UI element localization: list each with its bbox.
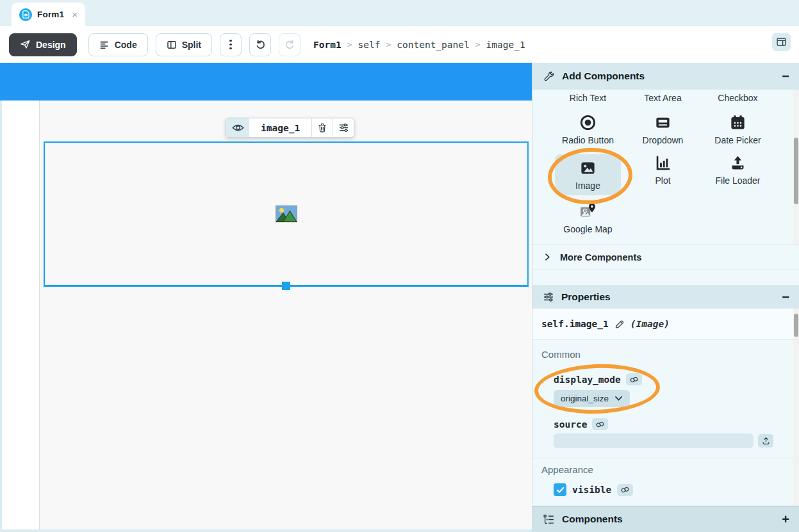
component-checkbox-label[interactable]: Checkbox [700, 93, 775, 103]
design-label: Design [36, 40, 66, 50]
breadcrumb-self[interactable]: self [358, 40, 381, 50]
form-body[interactable]: image_1 [0, 101, 532, 532]
selected-target-row: self.image_1 (Image) [532, 309, 799, 340]
component-radio-button[interactable]: Radio Button [550, 114, 625, 145]
target-type: (Image) [630, 319, 670, 329]
component-grid-row: G Google Map [550, 202, 776, 234]
collapse-icon[interactable]: − [782, 291, 789, 303]
annotation-circle-display-mode [534, 362, 661, 416]
upload-source-button[interactable] [758, 434, 773, 447]
bind-link-icon[interactable] [592, 418, 608, 430]
add-components-header[interactable]: Add Components − [532, 63, 799, 90]
properties-title: Properties [561, 291, 611, 303]
scrollbar-track [793, 309, 799, 506]
date-picker-icon [729, 114, 746, 131]
toggle-sidebar-button[interactable] [772, 33, 791, 51]
delete-component-button[interactable] [311, 118, 333, 137]
file-loader-icon [729, 154, 746, 172]
breadcrumb-content-panel[interactable]: content_panel [397, 40, 470, 50]
main-area: image_1 Add Components − Rich Text Text … [0, 63, 799, 532]
split-view-icon [167, 40, 177, 50]
bind-link-icon[interactable] [626, 373, 642, 385]
undo-button[interactable] [249, 33, 271, 56]
sliders-icon [543, 291, 554, 303]
kebab-icon [229, 40, 232, 50]
component-tree-icon [543, 513, 555, 526]
paper-plane-icon [20, 39, 31, 50]
redo-icon [284, 39, 295, 50]
bind-link-icon[interactable] [617, 484, 633, 496]
chevron-down-icon [614, 396, 623, 401]
redo-button[interactable] [279, 33, 301, 56]
display-mode-label: display_mode [554, 375, 621, 385]
component-date-picker[interactable]: Date Picker [700, 114, 775, 145]
component-grid-clipped-row: Rich Text Text Area Checkbox [550, 93, 776, 103]
scrollbar-thumb[interactable] [794, 314, 798, 337]
visible-checkbox[interactable] [554, 483, 566, 496]
breadcrumb-separator: > [470, 40, 486, 49]
display-mode-select[interactable]: original_size [554, 390, 630, 407]
chevron-right-icon [543, 253, 552, 261]
divider [532, 458, 799, 458]
tab-form1[interactable]: Form1 × [12, 3, 85, 26]
design-button[interactable]: Design [9, 33, 77, 56]
components-panel-title: Components [562, 513, 623, 525]
component-dropdown[interactable]: Dropdown [625, 114, 700, 145]
visible-row: visible [554, 483, 633, 496]
selected-image-component[interactable] [44, 141, 529, 286]
canvas-bottom-edge [0, 529, 532, 532]
component-rich-text-label[interactable]: Rich Text [550, 93, 625, 103]
split-button[interactable]: Split [156, 33, 212, 56]
design-canvas[interactable]: image_1 [0, 63, 532, 532]
google-map-icon: G [579, 202, 597, 220]
display-mode-value: original_size [561, 394, 609, 403]
image-icon [579, 159, 597, 177]
component-image[interactable]: Image [555, 154, 621, 195]
eye-icon [232, 123, 244, 133]
group-label-appearance: Appearance [541, 464, 593, 475]
tab-close-icon[interactable]: × [72, 9, 78, 20]
breadcrumb: Form1 > self > content_panel > image_1 [313, 40, 525, 50]
radio-button-icon [579, 114, 597, 131]
upload-icon [762, 437, 770, 445]
add-components-title: Add Components [562, 70, 645, 82]
tab-bar: Form1 × [0, 0, 799, 26]
visible-label: visible [572, 485, 611, 495]
breadcrumb-separator: > [342, 40, 358, 49]
tab-title: Form1 [37, 10, 64, 19]
target-name: self.image_1 [541, 319, 609, 329]
image-placeholder-icon [276, 206, 297, 223]
more-actions-button[interactable] [220, 33, 242, 56]
component-name-label: image_1 [249, 118, 311, 137]
toolbar: Design Code Split Form1 > self > content… [0, 26, 799, 63]
scrollbar-thumb[interactable] [794, 138, 798, 204]
component-file-loader[interactable]: File Loader [700, 154, 775, 195]
component-text-area-label[interactable]: Text Area [625, 93, 700, 103]
code-button[interactable]: Code [88, 33, 148, 56]
more-components-expander[interactable]: More Components [532, 245, 799, 270]
source-label: source [554, 419, 587, 430]
collapse-icon[interactable]: − [782, 70, 789, 83]
dropdown-icon [654, 114, 671, 131]
form-doc-icon [19, 8, 32, 21]
sliders-icon [338, 122, 349, 133]
source-input[interactable] [554, 433, 754, 448]
add-component-icon[interactable]: + [782, 513, 789, 526]
code-label: Code [115, 40, 137, 50]
trash-icon [317, 122, 327, 133]
rename-pencil-icon[interactable] [614, 319, 625, 329]
sidebar: Add Components − Rich Text Text Area Che… [532, 63, 799, 532]
breadcrumb-separator: > [380, 40, 397, 49]
group-label-common: Common [541, 349, 581, 360]
component-properties-button[interactable] [333, 118, 354, 137]
breadcrumb-image-1[interactable]: image_1 [486, 40, 525, 50]
component-plot[interactable]: Plot [625, 154, 700, 195]
components-panel-header[interactable]: Components + [532, 506, 799, 532]
component-google-map[interactable]: G Google Map [550, 202, 625, 234]
resize-handle[interactable] [282, 282, 290, 290]
visibility-button[interactable] [226, 118, 249, 137]
properties-header[interactable]: Properties − [532, 285, 799, 309]
breadcrumb-form[interactable]: Form1 [313, 40, 342, 50]
component-grid-row: Radio Button Dropdown Date Picker [550, 114, 776, 145]
form-title-bar[interactable] [0, 63, 532, 101]
